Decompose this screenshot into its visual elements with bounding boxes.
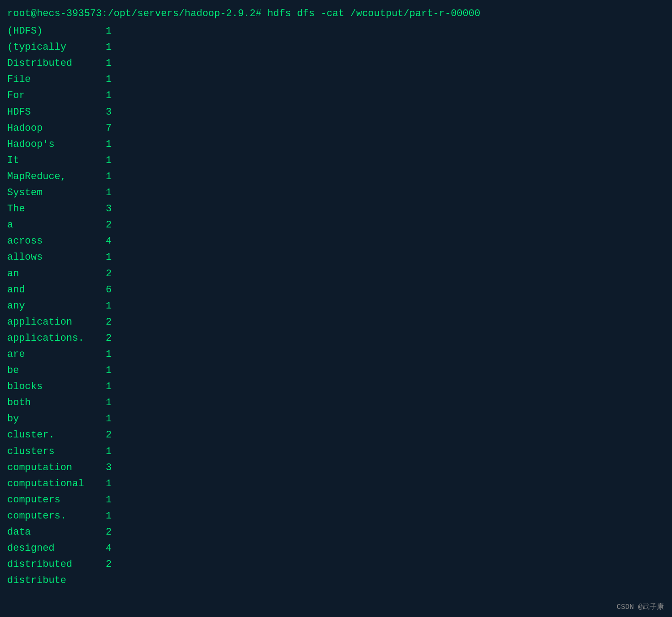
list-item: blocks1 [0, 379, 672, 395]
list-item: (HDFS)1 [0, 23, 672, 39]
word-cell: computers. [7, 509, 106, 524]
watermark: CSDN @武子康 [616, 602, 664, 612]
word-cell: be [7, 363, 106, 378]
word-cell: an [7, 266, 106, 282]
list-item: be1 [0, 363, 672, 379]
word-cell: distribute [7, 573, 106, 588]
list-item: distribute [0, 573, 672, 589]
count-cell: 1 [106, 137, 112, 152]
count-cell: 2 [106, 557, 112, 572]
list-item: (typically1 [0, 39, 672, 56]
count-cell: 1 [106, 347, 112, 362]
word-cell: MapReduce, [7, 169, 106, 184]
count-cell: 1 [106, 395, 112, 411]
list-item: Hadoop's1 [0, 137, 672, 153]
list-item: System1 [0, 185, 672, 201]
count-cell: 2 [106, 315, 112, 330]
list-item: and6 [0, 282, 672, 298]
word-cell: and [7, 283, 106, 298]
word-cell: The [7, 201, 106, 217]
word-cell: clusters [7, 444, 106, 459]
word-count-list: (HDFS)1(typically1Distributed1File1For1H… [0, 23, 672, 589]
count-cell: 1 [106, 411, 112, 427]
count-cell: 6 [106, 283, 112, 298]
count-cell: 4 [106, 541, 112, 556]
word-cell: by [7, 411, 106, 427]
list-item: are1 [0, 347, 672, 363]
count-cell: 1 [106, 444, 112, 459]
list-item: HDFS3 [0, 104, 672, 120]
list-item: designed4 [0, 540, 672, 557]
count-cell: 1 [106, 88, 112, 103]
count-cell: 1 [106, 363, 112, 378]
count-cell: 7 [106, 121, 112, 136]
list-item: computational1 [0, 476, 672, 492]
word-cell: distributed [7, 557, 106, 572]
count-cell: 2 [106, 331, 112, 346]
list-item: computation3 [0, 460, 672, 476]
list-item: The3 [0, 201, 672, 217]
word-cell: are [7, 347, 106, 362]
count-cell: 2 [106, 266, 112, 282]
word-cell: across [7, 234, 106, 249]
list-item: cluster.2 [0, 427, 672, 443]
count-cell: 1 [106, 509, 112, 524]
word-cell: computational [7, 476, 106, 492]
list-item: an2 [0, 266, 672, 282]
count-cell: 1 [106, 24, 112, 39]
count-cell: 1 [106, 379, 112, 394]
word-cell: applications. [7, 331, 106, 346]
list-item: Hadoop7 [0, 120, 672, 137]
word-cell: data [7, 525, 106, 540]
count-cell: 3 [106, 460, 112, 476]
word-cell: both [7, 395, 106, 411]
list-item: It1 [0, 153, 672, 169]
count-cell: 2 [106, 525, 112, 540]
count-cell: 1 [106, 493, 112, 508]
list-item: by1 [0, 411, 672, 427]
count-cell: 1 [106, 250, 112, 265]
word-cell: any [7, 299, 106, 314]
count-cell: 1 [106, 169, 112, 184]
list-item: across4 [0, 233, 672, 249]
list-item: computers.1 [0, 508, 672, 524]
word-cell: computation [7, 460, 106, 476]
word-cell: Hadoop [7, 121, 106, 136]
count-cell: 3 [106, 201, 112, 217]
list-item: data2 [0, 524, 672, 540]
word-cell: It [7, 153, 106, 168]
word-cell: (HDFS) [7, 24, 106, 39]
list-item: application2 [0, 314, 672, 330]
count-cell: 1 [106, 299, 112, 314]
list-item: clusters1 [0, 444, 672, 460]
word-cell: designed [7, 541, 106, 556]
word-cell: cluster. [7, 428, 106, 443]
command-line: root@hecs-393573:/opt/servers/hadoop-2.9… [0, 4, 672, 23]
list-item: File1 [0, 72, 672, 88]
list-item: Distributed1 [0, 56, 672, 72]
count-cell: 1 [106, 56, 112, 71]
word-cell: computers [7, 493, 106, 508]
count-cell: 4 [106, 234, 112, 249]
word-cell: a [7, 218, 106, 233]
list-item: any1 [0, 298, 672, 314]
count-cell: 2 [106, 428, 112, 443]
count-cell: 1 [106, 40, 112, 55]
word-cell: Distributed [7, 56, 106, 71]
word-cell: System [7, 185, 106, 201]
list-item: distributed2 [0, 557, 672, 573]
word-cell: HDFS [7, 105, 106, 120]
list-item: MapReduce,1 [0, 169, 672, 185]
word-cell: blocks [7, 379, 106, 394]
word-cell: allows [7, 250, 106, 265]
word-cell: Hadoop's [7, 137, 106, 152]
word-cell: For [7, 88, 106, 103]
list-item: applications.2 [0, 330, 672, 347]
list-item: both1 [0, 395, 672, 411]
count-cell: 1 [106, 476, 112, 492]
list-item: computers1 [0, 492, 672, 508]
count-cell: 2 [106, 218, 112, 233]
list-item: a2 [0, 217, 672, 233]
count-cell: 1 [106, 153, 112, 168]
word-cell: (typically [7, 40, 106, 55]
